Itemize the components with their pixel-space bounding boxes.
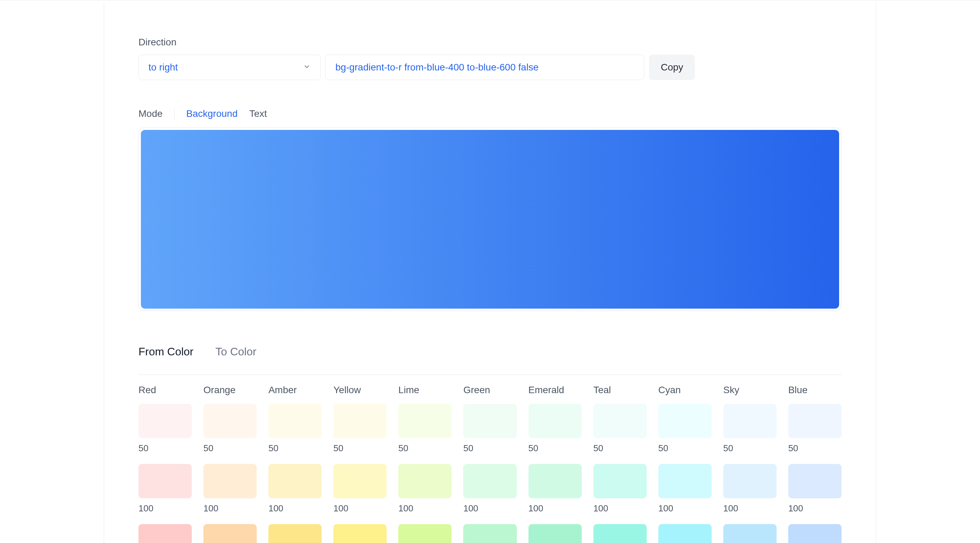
swatch-green-50[interactable] xyxy=(463,404,517,438)
swatch-teal-50[interactable] xyxy=(593,404,647,438)
swatch-sky-200[interactable] xyxy=(723,524,776,543)
shade-label: 50 xyxy=(788,443,842,454)
swatch-cyan-100[interactable] xyxy=(659,464,712,498)
swatch-red-200[interactable] xyxy=(138,524,192,543)
swatch-amber-100[interactable] xyxy=(268,464,321,498)
chevron-down-icon xyxy=(303,62,311,73)
swatch-green-100[interactable] xyxy=(463,464,517,498)
mode-tab-text[interactable]: Text xyxy=(249,108,267,119)
shade-label: 50 xyxy=(333,443,387,454)
color-family-header: Blue xyxy=(788,385,842,396)
shade-label: 100 xyxy=(138,503,192,514)
color-family-header: Emerald xyxy=(528,385,582,396)
divider xyxy=(174,108,175,120)
shade-label: 50 xyxy=(204,443,257,454)
color-family-header: Green xyxy=(463,385,517,396)
swatch-yellow-200[interactable] xyxy=(333,524,387,543)
swatch-orange-100[interactable] xyxy=(204,464,257,498)
mode-tab-background[interactable]: Background xyxy=(186,108,237,119)
color-family-header: Amber xyxy=(268,385,321,396)
swatch-lime-50[interactable] xyxy=(398,404,452,438)
shade-label: 100 xyxy=(723,503,776,514)
swatch-amber-50[interactable] xyxy=(268,404,321,438)
shade-label: 100 xyxy=(788,503,842,514)
swatch-cyan-50[interactable] xyxy=(659,404,712,438)
swatch-teal-200[interactable] xyxy=(593,524,647,543)
direction-selected-value: to right xyxy=(148,62,178,73)
shade-label: 100 xyxy=(204,503,257,514)
shade-label: 50 xyxy=(398,443,452,454)
swatch-emerald-50[interactable] xyxy=(528,404,582,438)
copy-button[interactable]: Copy xyxy=(649,55,695,80)
swatch-amber-200[interactable] xyxy=(268,524,321,543)
swatch-lime-200[interactable] xyxy=(398,524,452,543)
shade-label: 100 xyxy=(659,503,712,514)
color-family-header: Yellow xyxy=(333,385,387,396)
shade-label: 50 xyxy=(268,443,321,454)
shade-label: 100 xyxy=(528,503,582,514)
swatch-blue-50[interactable] xyxy=(788,404,842,438)
swatch-yellow-50[interactable] xyxy=(333,404,387,438)
gradient-preview xyxy=(141,130,839,309)
swatch-sky-100[interactable] xyxy=(723,464,776,498)
swatch-sky-50[interactable] xyxy=(723,404,776,438)
shade-label: 50 xyxy=(659,443,712,454)
shade-label: 50 xyxy=(723,443,776,454)
color-family-header: Orange xyxy=(204,385,257,396)
swatch-emerald-100[interactable] xyxy=(528,464,582,498)
shade-label: 50 xyxy=(593,443,647,454)
shade-label: 100 xyxy=(463,503,517,514)
tab-from-color[interactable]: From Color xyxy=(138,346,194,358)
color-family-header: Sky xyxy=(723,385,776,396)
swatch-red-50[interactable] xyxy=(138,404,192,438)
shade-label: 100 xyxy=(398,503,452,514)
swatch-yellow-100[interactable] xyxy=(333,464,387,498)
swatch-teal-100[interactable] xyxy=(593,464,647,498)
color-family-header: Teal xyxy=(593,385,647,396)
mode-label: Mode xyxy=(138,108,162,119)
direction-select[interactable]: to right xyxy=(138,55,321,80)
swatch-orange-50[interactable] xyxy=(204,404,257,438)
swatch-cyan-200[interactable] xyxy=(659,524,712,543)
swatch-lime-100[interactable] xyxy=(398,464,452,498)
color-family-header: Red xyxy=(138,385,192,396)
swatch-red-100[interactable] xyxy=(138,464,192,498)
tab-to-color[interactable]: To Color xyxy=(215,346,256,358)
gradient-class-output[interactable]: bg-gradient-to-r from-blue-400 to-blue-6… xyxy=(325,55,644,80)
swatch-blue-200[interactable] xyxy=(788,524,842,543)
swatch-blue-100[interactable] xyxy=(788,464,842,498)
divider xyxy=(138,374,842,375)
color-family-header: Cyan xyxy=(659,385,712,396)
shade-label: 100 xyxy=(268,503,321,514)
shade-label: 100 xyxy=(333,503,387,514)
preview-frame xyxy=(138,127,842,311)
swatch-orange-200[interactable] xyxy=(204,524,257,543)
swatch-emerald-200[interactable] xyxy=(528,524,582,543)
shade-label: 50 xyxy=(528,443,582,454)
shade-label: 50 xyxy=(138,443,192,454)
swatch-green-200[interactable] xyxy=(463,524,517,543)
direction-label: Direction xyxy=(138,37,842,48)
shade-label: 50 xyxy=(463,443,517,454)
color-family-header: Lime xyxy=(398,385,452,396)
shade-label: 100 xyxy=(593,503,647,514)
